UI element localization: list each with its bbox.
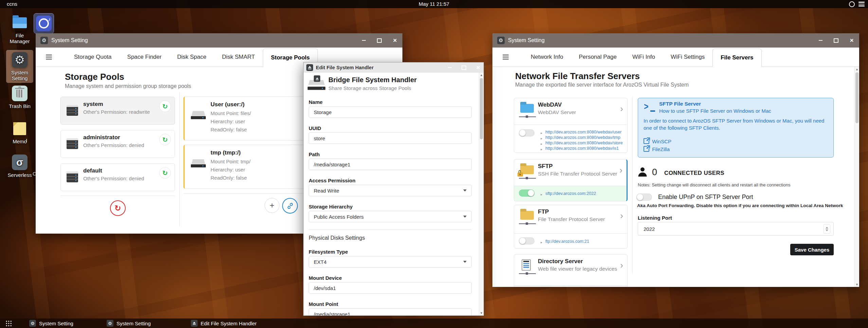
server-card-sftp[interactable]: SFTP SSH File Transfer Protocol Server ›… <box>514 159 628 201</box>
tab-personal-page[interactable]: Personal Page <box>571 48 625 67</box>
tab-menu-icon[interactable] <box>503 55 509 60</box>
scroll-up-arrow[interactable]: ▲ <box>855 67 859 72</box>
chevron-right-icon[interactable]: › <box>619 166 622 175</box>
minimize-button[interactable] <box>447 65 452 70</box>
tab-space-finder[interactable]: Space Finder <box>120 48 169 67</box>
path-input[interactable] <box>309 159 472 170</box>
taskbar-item-system-setting-1[interactable]: ⚙ System Setting <box>24 318 78 328</box>
bridge-link-button[interactable] <box>282 198 298 214</box>
eject-icon <box>306 64 313 71</box>
ftp-link[interactable]: ftp://dev.arozos.com:21 <box>545 239 589 244</box>
app-launcher-icon[interactable] <box>5 320 12 326</box>
mount-point-input[interactable] <box>309 308 472 315</box>
tab-file-servers[interactable]: File Servers <box>712 49 761 67</box>
window2-scrollbar[interactable]: ▲ ▼ <box>854 67 859 287</box>
disk-icon <box>191 111 206 119</box>
tab-wifi-info[interactable]: WiFi Info <box>625 48 663 67</box>
tab-disk-smart[interactable]: Disk SMART <box>214 48 263 67</box>
scroll-down-arrow[interactable]: ▼ <box>479 311 484 315</box>
taskbar-item-system-setting-2[interactable]: ⚙ System Setting <box>102 318 156 328</box>
tab-menu-icon[interactable] <box>46 55 52 60</box>
help-body: In order to connect to ArozOS SFTP Serve… <box>644 117 827 131</box>
topbar-menu-icon[interactable] <box>858 2 865 6</box>
taskbar-item-edit-fs-handler[interactable]: Edit File System Handler <box>186 318 261 328</box>
webdav-folder-icon <box>520 104 534 113</box>
status-ring-icon[interactable] <box>849 1 855 7</box>
number-spinner[interactable] <box>824 224 830 234</box>
scroll-up-arrow[interactable]: ▲ <box>479 73 484 77</box>
webdav-toggle[interactable] <box>519 129 535 136</box>
window2-titlebar[interactable]: ⚙ System Setting × <box>492 33 859 48</box>
fshandler-mount-point: Mount Point: tmp/ <box>211 159 251 164</box>
window2-title: System Setting <box>508 37 545 43</box>
minimize-button[interactable] <box>818 38 823 43</box>
tab-wifi-settings[interactable]: WiFi Settings <box>663 48 712 67</box>
tab-disk-space[interactable]: Disk Space <box>169 48 214 67</box>
add-fshandler-button[interactable]: + <box>265 198 279 213</box>
chevron-right-icon[interactable]: › <box>620 104 623 113</box>
chevron-right-icon[interactable]: › <box>620 261 623 270</box>
editor-titlebar[interactable]: Edit File System Handler × <box>304 62 484 73</box>
save-changes-button[interactable]: Save Changes <box>790 244 834 255</box>
mount-device-input[interactable] <box>309 282 472 294</box>
uuid-input[interactable] <box>309 132 472 144</box>
desktop-icon-media-app[interactable]: ♪ <box>34 14 54 33</box>
desktop-icon-trash-bin[interactable]: Trash Bin <box>6 86 33 109</box>
desktop-icon-label: Serverless <box>8 172 32 178</box>
physical-disks-section-label: Physical Disks Settings <box>309 235 365 241</box>
webdav-link[interactable]: http://dev.arozos.com:8080/webdav/is1 <box>545 146 619 151</box>
close-button[interactable]: × <box>392 38 398 43</box>
tab-network-info[interactable]: Network Info <box>523 48 571 67</box>
listening-port-input[interactable] <box>638 222 833 235</box>
fshandler-card-user[interactable]: User (user:/) Mount Point: files/ Hierar… <box>183 96 319 141</box>
scrollbar-thumb[interactable] <box>855 72 858 123</box>
close-button[interactable]: × <box>849 38 854 43</box>
editor-scrollbar[interactable]: ▲ ▼ <box>479 73 484 315</box>
webdav-link[interactable]: http://dev.arozos.com:8080/webdav/user <box>545 130 621 134</box>
fshandler-card-tmp[interactable]: tmp (tmp:/) Mount Point: tmp/ Hierarchy:… <box>183 145 319 189</box>
pool-name: default <box>83 167 102 174</box>
upnp-toggle[interactable] <box>636 194 652 201</box>
help-subtitle: How to use SFTP File Server on Windows o… <box>659 108 771 114</box>
tab-storage-quota[interactable]: Storage Quota <box>66 48 120 67</box>
maximize-button[interactable] <box>833 38 839 43</box>
chevron-right-icon[interactable]: › <box>620 211 623 220</box>
storage-hierarchy-select[interactable]: Public Access Folders <box>309 211 472 222</box>
window1-titlebar[interactable]: ⚙ System Setting × <box>36 33 402 48</box>
maximize-button[interactable] <box>461 65 467 70</box>
pool-card-default[interactable]: default Other's Permission: denied ↻ <box>60 163 175 191</box>
desktop-icon-file-manager[interactable]: File Manager <box>6 15 33 44</box>
webdav-link[interactable]: http://dev.arozos.com:8080/webdav/tmp <box>545 135 620 140</box>
scrollbar-thumb[interactable] <box>480 78 483 139</box>
desktop-icon-memo[interactable]: Memo <box>6 121 33 144</box>
server-name: FTP <box>538 208 549 215</box>
sftp-toggle[interactable] <box>519 189 535 197</box>
upnp-note: Aka Auto Port Forwarding. Disable this o… <box>637 203 843 208</box>
window-system-setting-fileservers: ⚙ System Setting × Network Info Personal… <box>492 33 859 287</box>
sync-icon[interactable]: ↻ <box>159 134 171 145</box>
filesystem-type-select[interactable]: EXT4 <box>309 256 472 268</box>
desktop-icon-system-setting[interactable]: ⚙ System Setting <box>6 50 33 83</box>
gear-icon: ⚙ <box>29 320 36 327</box>
desktop-icon-serverless[interactable]: σ Serverless <box>6 154 33 178</box>
access-permission-select[interactable]: Read Write <box>309 185 472 196</box>
ftp-toggle[interactable] <box>519 237 535 244</box>
server-card-webdav[interactable]: WebDAV WebDAV Server › ▸http://dev.arozo… <box>514 98 628 153</box>
gear-icon: ⚙ <box>12 52 28 68</box>
pool-card-administrator[interactable]: administrator Other's Permission: denied… <box>60 130 175 158</box>
name-input[interactable] <box>309 106 472 118</box>
sync-icon[interactable]: ↻ <box>159 167 171 179</box>
maximize-button[interactable] <box>377 38 382 43</box>
client-link-filezilla[interactable]: FileZilla <box>644 146 670 152</box>
sync-icon[interactable]: ↻ <box>159 101 171 112</box>
webdav-link[interactable]: http://dev.arozos.com:8080/webdav/store <box>545 141 623 145</box>
server-card-ftp[interactable]: FTP File Transfer Protocol Server › ▸ftp… <box>514 205 628 249</box>
scroll-down-arrow[interactable]: ▼ <box>855 282 859 287</box>
pool-card-system[interactable]: system Other's Permission: readwrite ↻ <box>60 97 175 125</box>
refresh-pools-button[interactable]: ↻ <box>110 200 126 216</box>
client-link-winscp[interactable]: WinSCP <box>644 138 671 144</box>
minimize-button[interactable] <box>361 38 366 43</box>
server-card-directory[interactable]: Directory Server Web file viewer for leg… <box>514 254 628 287</box>
sftp-link[interactable]: sftp://dev.arozos.com:2022 <box>545 191 596 196</box>
close-button[interactable]: × <box>475 65 481 70</box>
